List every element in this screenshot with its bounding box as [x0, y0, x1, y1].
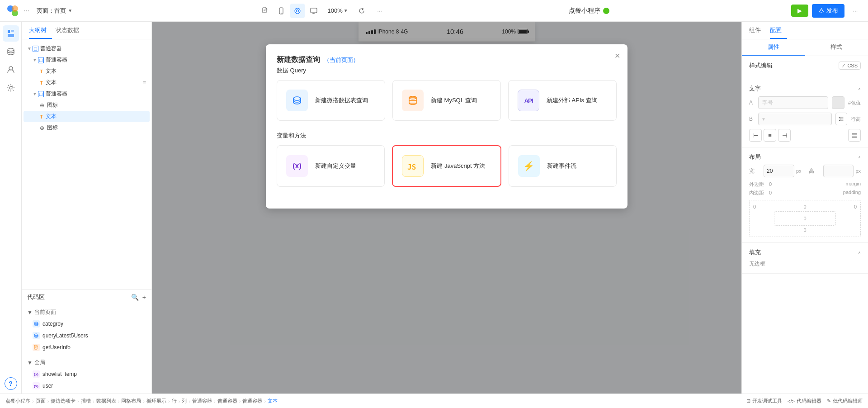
modal-card-api[interactable]: API 新建外部 APIs 查询	[508, 80, 617, 121]
breadcrumb-item[interactable]: 数据列表	[96, 398, 116, 404]
debug-tool-btn[interactable]: ⊡ 开发调试工具	[746, 398, 782, 404]
align-left-btn[interactable]: ⊢	[749, 129, 762, 142]
refresh-btn[interactable]	[354, 4, 369, 18]
sidebar-item-users[interactable]	[3, 62, 19, 78]
code-item-querylatest[interactable]: queryLatest5Users	[22, 330, 151, 342]
desktop-icon-btn[interactable]	[307, 4, 321, 18]
breadcrumb-item[interactable]: 普通容器	[217, 398, 237, 404]
breadcrumb-item[interactable]: 插槽	[81, 398, 91, 404]
code-item-user[interactable]: (x) user	[22, 380, 151, 392]
modal-card-var[interactable]: (x) 新建自定义变量	[277, 145, 385, 187]
tree-item-icon1[interactable]: ⊕ 图标	[24, 100, 150, 111]
line-height-btn[interactable]	[835, 113, 847, 125]
code-section-global-header[interactable]: ▼ 全局	[22, 357, 151, 368]
zoom-selector[interactable]: 100% ▼	[325, 5, 350, 16]
publish-more-btn[interactable]: ···	[848, 4, 863, 18]
breadcrumb-item[interactable]: 页面	[36, 398, 46, 404]
tree-item-text2[interactable]: T 文本 ≡	[24, 77, 150, 88]
css-btn-label: CSS	[847, 63, 858, 68]
modal-card-label: 新建外部 APIs 查询	[547, 96, 598, 104]
css-btn[interactable]: CSS	[839, 62, 861, 70]
sidebar-item-settings[interactable]	[3, 80, 19, 96]
font-color-label: #色值	[848, 100, 861, 106]
tree-item-container1[interactable]: ▼ □ 普通容器	[24, 43, 150, 54]
align-justify-btn[interactable]	[848, 129, 861, 142]
modal-card-weidu[interactable]: 新建微搭数据表查询	[277, 80, 385, 121]
section-current-label: 当前页面	[34, 308, 56, 316]
box-right-val: 0	[854, 204, 857, 209]
publish-button[interactable]: 发布	[812, 4, 844, 18]
code-add-btn[interactable]: +	[142, 294, 146, 301]
font-weight-select[interactable]: ▼	[758, 113, 832, 125]
breadcrumb-item[interactable]: 侧边选项卡	[51, 398, 75, 404]
breadcrumb-item[interactable]: 点餐小程序	[5, 398, 30, 404]
play-button[interactable]: ▶	[791, 5, 808, 17]
height-input[interactable]	[823, 165, 854, 177]
margin-value: 0	[769, 181, 772, 187]
caret-icon[interactable]: ▼	[33, 91, 37, 96]
breadcrumb-item[interactable]: 普通容器	[192, 398, 212, 404]
code-area-title: 代码区	[27, 293, 45, 301]
mobile-icon-btn[interactable]	[274, 4, 288, 18]
tree-item-icon2[interactable]: ⊕ 图标	[24, 122, 150, 133]
modal-card-js[interactable]: JS 新建 JavaScript 方法	[392, 145, 501, 187]
breadcrumb-item[interactable]: 列	[182, 398, 187, 404]
tab-outline-tree[interactable]: 大纲树	[29, 22, 52, 39]
tree-item-container2[interactable]: ▼ □ 普通容器	[24, 54, 150, 66]
subtab-props[interactable]: 属性	[742, 39, 805, 56]
sidebar-item-help[interactable]: ?	[5, 377, 17, 390]
text-section-expand-icon[interactable]: ∧	[858, 87, 861, 91]
tab-config[interactable]: 配置	[770, 22, 787, 39]
canvas-container: iPhone 8 4G 10:46 100%	[152, 22, 741, 394]
outline-tree: ▼ □ 普通容器 ▼ □ 普通容器 T 文本 T 文本 ≡ ▼ □ 普通容器	[22, 39, 151, 289]
code-item-showlist[interactable]: (x) showlist_temp	[22, 368, 151, 380]
tree-item-text3[interactable]: T 文本	[24, 111, 150, 122]
subtab-style[interactable]: 样式	[805, 39, 868, 56]
tab-component[interactable]: 组件	[749, 22, 766, 39]
caret-icon[interactable]: ▼	[33, 57, 37, 62]
svg-rect-10	[11, 30, 14, 32]
code-item-getuserinfo[interactable]: getUserInfo	[22, 342, 151, 353]
breadcrumb-item[interactable]: 普通容器	[242, 398, 262, 404]
box-inner: 0	[774, 211, 836, 226]
fill-header: 填充 ∧	[749, 248, 861, 256]
align-center-btn[interactable]: ≡	[764, 129, 776, 142]
topbar-more-btn[interactable]: ···	[373, 4, 387, 18]
modal-dialog: 新建数据查询 （当前页面） ✕ 数据 Query 新建微搭数据表查询	[266, 44, 627, 209]
query-icon	[33, 344, 40, 351]
sidebar-item-data[interactable]	[3, 43, 19, 60]
font-size-input[interactable]: 字号	[758, 96, 828, 109]
tree-item-text1[interactable]: T 文本	[24, 66, 150, 77]
layout-expand-icon[interactable]: ∧	[858, 155, 861, 159]
align-right-btn[interactable]: ⊣	[778, 129, 791, 142]
sidebar-item-pages[interactable]	[3, 25, 19, 42]
bottom-bar: 点餐小程序 › 页面 › 侧边选项卡 › 插槽 › 数据列表 › 网格布局 › …	[0, 394, 868, 408]
breadcrumb-item[interactable]: 网格布局	[121, 398, 141, 404]
modal-card-mysql[interactable]: 新建 MySQL 查询	[392, 80, 501, 121]
height-label: 高	[809, 167, 820, 175]
api-icon: API	[518, 90, 539, 111]
file-icon-btn[interactable]	[258, 4, 272, 18]
preview-icon-btn[interactable]	[290, 4, 305, 18]
lowcode-editor-btn[interactable]: ✎ 低代码编辑师	[827, 398, 863, 404]
breadcrumb-item[interactable]: 循环展示	[146, 398, 166, 404]
code-search-btn[interactable]: 🔍	[131, 294, 139, 301]
font-color-swatch[interactable]	[832, 96, 844, 109]
fill-expand-icon[interactable]: ∧	[858, 251, 861, 255]
tab-state-data[interactable]: 状态数据	[56, 22, 85, 39]
padding-value: 0	[769, 190, 772, 195]
modal-card-event[interactable]: ⚡ 新建事件流	[509, 145, 617, 187]
caret-icon[interactable]: ▼	[27, 46, 32, 51]
page-selector[interactable]: 页面：首页 ▼	[33, 5, 76, 17]
lowcode-label: 低代码编辑师	[833, 398, 863, 404]
modal-cards-query: 新建微搭数据表查询 新建 MySQL 查询 API 新建外部 APIs 查询	[277, 80, 617, 121]
width-input[interactable]: 20	[764, 165, 794, 177]
code-item-categroy[interactable]: categroy	[22, 318, 151, 330]
modal-close-btn[interactable]: ✕	[614, 52, 620, 60]
tree-item-container3[interactable]: ▼ □ 普通容器	[24, 88, 150, 100]
code-editor-btn[interactable]: </> 代码编辑器	[788, 398, 821, 404]
breadcrumb-item[interactable]: 文本	[268, 398, 278, 404]
breadcrumb-item[interactable]: 行	[172, 398, 177, 404]
code-section-current-header[interactable]: ▼ 当前页面	[22, 307, 151, 318]
topbar-more-dots[interactable]: ···	[24, 7, 29, 15]
